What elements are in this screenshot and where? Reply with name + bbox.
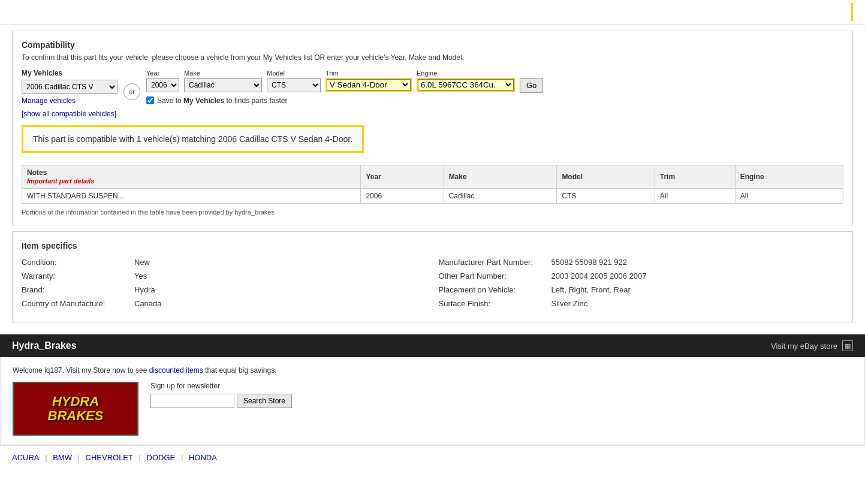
- bottom-link-chevrolet[interactable]: CHEVROLET: [86, 453, 133, 462]
- engine-label: Engine: [417, 70, 515, 77]
- store-icon: ▦: [842, 340, 853, 351]
- go-button[interactable]: Go: [520, 78, 543, 93]
- yellow-accent-bar: [851, 3, 853, 21]
- spec-row: Surface Finish:Silver Zinc: [439, 299, 844, 308]
- welcome-prefix: Welcome iq187. Visit my Store now to see: [13, 366, 149, 375]
- link-separator: |: [179, 453, 185, 462]
- trim-label: Trim: [325, 70, 412, 77]
- year-make-model-group: Year 2006 Make Cadillac Model: [146, 70, 543, 105]
- my-vehicles-label: My Vehicles: [22, 69, 117, 77]
- save-checkbox-row: Save to My Vehicles to finds parts faste…: [146, 96, 543, 105]
- spec-value: 55082 55098 921 922: [551, 258, 628, 267]
- spec-label: Condition:: [22, 258, 129, 267]
- seller-content: Welcome iq187. Visit my Store now to see…: [0, 357, 865, 445]
- ymmt-row: Year 2006 Make Cadillac Model: [146, 70, 543, 93]
- trim-select[interactable]: V Sedan 4-Door: [327, 79, 411, 90]
- my-vehicles-select[interactable]: 2006 Cadillac CTS V: [22, 80, 117, 94]
- spec-value: Canada: [134, 299, 162, 308]
- spec-row: Condition:New: [22, 258, 427, 267]
- search-input[interactable]: [150, 394, 234, 408]
- welcome-text: Welcome iq187. Visit my Store now to see…: [13, 366, 852, 375]
- spec-value: Silver Zinc: [551, 299, 588, 308]
- spec-row: Manufacturer Part Number:55082 55098 921…: [439, 258, 844, 267]
- spec-label: Country of Manufacture:: [22, 299, 129, 308]
- cell-model: CTS: [557, 189, 655, 204]
- make-label: Make: [184, 70, 262, 77]
- manage-vehicles-link[interactable]: Manage vehicles: [22, 96, 117, 105]
- year-select[interactable]: 2006: [146, 78, 179, 92]
- search-store-button[interactable]: Search Store: [237, 394, 292, 408]
- engine-highlight-box: 6.0L 5967CC 364Cu.: [417, 78, 515, 92]
- trim-highlight-box: V Sedan 4-Door: [325, 78, 412, 92]
- col-engine: Engine: [735, 165, 843, 189]
- spec-label: Placement on Vehicle:: [439, 285, 547, 294]
- compatibility-table: Notes Important part details Year Make M…: [22, 165, 843, 204]
- model-select[interactable]: CTS: [267, 78, 321, 92]
- bottom-link-honda[interactable]: HONDA: [189, 453, 217, 462]
- left-specs: Condition:NewWarranty:YesBrand:HydraCoun…: [22, 258, 427, 313]
- make-group: Make Cadillac: [184, 70, 262, 92]
- newsletter-label: Sign up for newsletter: [150, 382, 292, 390]
- seller-name: Hydra_Brakes: [12, 340, 77, 351]
- col-make: Make: [444, 165, 557, 189]
- cell-year: 2006: [361, 189, 444, 204]
- hydra-logo-text: HYDRA BRAKES: [48, 394, 104, 423]
- or-circle: or: [123, 83, 140, 100]
- save-text: Save to My Vehicles to finds parts faste…: [157, 96, 287, 105]
- bottom-links: ACURA | BMW | CHEVROLET | DODGE | HONDA: [0, 445, 865, 469]
- spec-label: Manufacturer Part Number:: [439, 258, 547, 267]
- top-bar: [0, 0, 865, 25]
- col-notes: Notes Important part details: [22, 165, 361, 189]
- spec-label: Warranty:: [22, 271, 129, 280]
- compatibility-title: Compatibility: [22, 40, 843, 50]
- spec-value: Left, Right, Front, Rear: [551, 285, 631, 294]
- main-container: Compatibility To confirm that this part …: [0, 25, 865, 334]
- link-separator: |: [76, 453, 82, 462]
- my-vehicles-group: My Vehicles 2006 Cadillac CTS V Manage v…: [22, 69, 117, 105]
- year-group: Year 2006: [146, 70, 179, 92]
- table-footer: Portions of the information contained in…: [22, 209, 843, 216]
- col-trim: Trim: [655, 165, 735, 189]
- right-specs: Manufacturer Part Number:55082 55098 921…: [439, 258, 844, 313]
- item-specifics-title: Item specifics: [22, 241, 843, 251]
- hydra-logo: HYDRA BRAKES: [13, 382, 138, 436]
- show-compatible-link[interactable]: [show all compatible vehicles]: [22, 110, 843, 118]
- bottom-link-dodge[interactable]: DODGE: [147, 453, 176, 462]
- spec-value: 2003 2004 2005 2006 2007: [551, 271, 647, 280]
- compatible-message-box: This part is compatible with 1 vehicle(s…: [22, 125, 364, 153]
- col-model: Model: [557, 165, 655, 189]
- welcome-suffix: that equal big savings.: [203, 366, 277, 375]
- engine-select[interactable]: 6.0L 5967CC 364Cu.: [418, 79, 514, 90]
- bottom-link-bmw[interactable]: BMW: [53, 453, 72, 462]
- make-select[interactable]: Cadillac: [184, 78, 262, 92]
- vehicle-row: My Vehicles 2006 Cadillac CTS V Manage v…: [22, 69, 843, 105]
- compatibility-desc: To confirm that this part fits your vehi…: [22, 53, 843, 62]
- important-label: Important part details: [27, 177, 94, 185]
- spec-value: Hydra: [134, 285, 155, 294]
- cell-make: Cadillac: [444, 189, 557, 204]
- save-my-vehicles: My Vehicles: [183, 96, 224, 105]
- spec-label: Surface Finish:: [439, 299, 547, 308]
- spec-row: Warranty:Yes: [22, 271, 427, 280]
- cell-engine: All: [735, 189, 843, 204]
- save-suffix: to finds parts faster: [224, 96, 287, 105]
- spec-value: New: [134, 258, 150, 267]
- save-prefix: Save to: [157, 96, 183, 105]
- save-checkbox[interactable]: [146, 96, 154, 104]
- newsletter-area: Sign up for newsletter Search Store: [150, 382, 292, 408]
- spec-value: Yes: [134, 271, 147, 280]
- seller-lower: HYDRA BRAKES Sign up for newsletter Sear…: [13, 382, 852, 436]
- cell-trim: All: [655, 189, 735, 204]
- spec-label: Other Part Number:: [439, 271, 547, 280]
- spec-row: Other Part Number:2003 2004 2005 2006 20…: [439, 271, 844, 280]
- model-group: Model CTS: [267, 70, 321, 92]
- spec-row: Brand:Hydra: [22, 285, 427, 294]
- bottom-link-acura[interactable]: ACURA: [12, 453, 40, 462]
- spec-row: Country of Manufacture:Canada: [22, 299, 427, 308]
- specifics-grid: Condition:NewWarranty:YesBrand:HydraCoun…: [22, 258, 843, 313]
- visit-store-label[interactable]: Visit my eBay store: [771, 342, 837, 351]
- spec-row: Placement on Vehicle:Left, Right, Front,…: [439, 285, 844, 294]
- search-row: Search Store: [150, 394, 292, 408]
- discounted-items-link[interactable]: discounted items: [149, 366, 203, 375]
- link-separator: |: [43, 453, 50, 462]
